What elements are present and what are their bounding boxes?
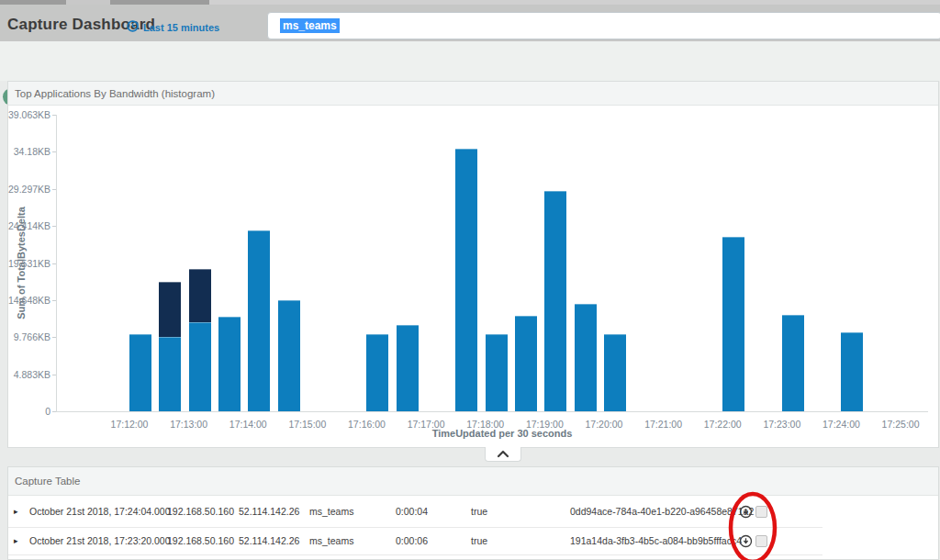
cell-dest-ip: 52.114.142.26 — [239, 506, 299, 517]
search-input[interactable]: ms_teams — [267, 12, 940, 39]
x-tick-label: 17:25:00 — [871, 419, 930, 430]
y-tick-mark — [52, 189, 56, 190]
histogram-bar[interactable] — [218, 317, 241, 411]
cell-captured: true — [471, 535, 487, 546]
download-icon[interactable] — [739, 534, 753, 552]
y-tick-label: 24.414KB — [8, 220, 50, 231]
cell-source-ip: 192.168.50.160 — [167, 506, 234, 517]
histogram-bar[interactable] — [189, 322, 211, 411]
y-tick-label: 0 — [8, 406, 50, 417]
cell-source-ip: 192.168.50.160 — [167, 535, 234, 546]
x-tick-label: 17:21:00 — [634, 419, 693, 430]
histogram-plot: Sum of TotalBytesDelta TimeUpdated per 3… — [8, 82, 938, 447]
y-tick-mark — [52, 263, 56, 264]
x-tick-label: 17:19:00 — [515, 419, 574, 430]
y-tick-mark — [52, 151, 56, 152]
cell-duration: 0:00:04 — [396, 506, 428, 517]
capture-table-panel: Capture Table ▸ October 21st 2018, 17:24… — [7, 466, 939, 560]
y-tick-mark — [52, 375, 56, 375]
expand-row-caret[interactable]: ▸ — [14, 536, 18, 545]
time-picker[interactable]: Last 15 minutes — [127, 20, 219, 35]
x-tick-label: 17:22:00 — [693, 419, 752, 430]
x-tick-label: 17:24:00 — [811, 419, 870, 430]
x-tick-label: 17:18:00 — [456, 419, 515, 430]
x-tick-label: 17:17:00 — [397, 419, 455, 430]
y-tick-mark — [52, 226, 56, 227]
time-range-label: Last 15 minutes — [143, 22, 219, 33]
capture-dashboard-screen: Capture Dashboard Last 15 minutes ms_tea… — [0, 0, 940, 560]
cell-capture-id: 191a14da-3fb3-4b5c-a084-bb9b5fffacc4 — [570, 535, 742, 546]
histogram-bar[interactable] — [248, 230, 270, 411]
y-tick-mark — [52, 300, 56, 301]
x-tick-label: 17:16:00 — [337, 419, 396, 430]
histogram-bar-highlight[interactable] — [189, 269, 211, 322]
row-checkbox[interactable] — [755, 535, 767, 547]
clock-icon — [127, 19, 139, 36]
y-tick-label: 34.18KB — [8, 146, 50, 157]
cell-dest-ip: 52.114.142.26 — [239, 535, 299, 546]
histogram-bar[interactable] — [397, 325, 419, 411]
cell-duration: 0:00:06 — [396, 535, 428, 546]
expand-row-caret[interactable]: ▸ — [14, 507, 18, 516]
x-axis-line — [56, 411, 928, 412]
cell-application: ms_teams — [309, 535, 353, 546]
x-tick-label: 17:23:00 — [753, 419, 811, 430]
histogram-bar[interactable] — [486, 334, 508, 411]
cell-timestamp: October 21st 2018, 17:23:20.000 — [29, 535, 171, 546]
cell-capture-id: 0dd94ace-784a-40e1-b220-a96458e871a2 — [570, 506, 754, 517]
histogram-bar[interactable] — [278, 300, 300, 411]
cell-timestamp: October 21st 2018, 17:24:04.000 — [29, 506, 171, 517]
y-tick-label: 14.648KB — [8, 295, 50, 306]
table-row: ▸ October 21st 2018, 17:24:04.000 192.16… — [8, 497, 938, 527]
y-tick-mark — [52, 115, 56, 116]
histogram-bar[interactable] — [841, 332, 863, 411]
capture-table-title: Capture Table — [8, 467, 938, 496]
y-tick-mark — [52, 337, 56, 338]
chevron-up-icon — [497, 450, 509, 458]
histogram-bar[interactable] — [455, 149, 477, 411]
histogram-bar[interactable] — [575, 304, 597, 411]
histogram-bar[interactable] — [722, 237, 744, 411]
x-tick-label: 17:15:00 — [278, 419, 337, 430]
y-tick-label: 19.531KB — [8, 258, 50, 269]
y-tick-label: 9.766KB — [8, 331, 50, 342]
cell-application: ms_teams — [309, 506, 353, 517]
x-tick-label: 17:20:00 — [575, 419, 633, 430]
x-tick-label: 17:14:00 — [218, 419, 277, 430]
row-checkbox[interactable] — [755, 506, 767, 518]
histogram-bar-highlight[interactable] — [159, 282, 181, 337]
histogram-bar[interactable] — [159, 337, 181, 411]
dashboard-header: Capture Dashboard Last 15 minutes ms_tea… — [0, 5, 940, 41]
histogram-bar[interactable] — [604, 334, 626, 411]
histogram-bar[interactable] — [515, 316, 537, 411]
search-text-selected: ms_teams — [280, 18, 340, 33]
histogram-bar[interactable] — [544, 191, 566, 411]
y-axis-line — [56, 115, 57, 411]
histogram-bar[interactable] — [782, 315, 804, 411]
chart-panel: Top Applications By Bandwidth (histogram… — [7, 81, 939, 448]
table-row: ▸ October 21st 2018, 17:23:20.000 192.16… — [8, 527, 938, 554]
y-tick-label: 39.063KB — [8, 109, 50, 120]
x-tick-label: 17:13:00 — [160, 419, 218, 430]
filter-bar: Captured: "true" Written: "true" Actions… — [0, 41, 940, 81]
row-separator — [8, 554, 822, 555]
histogram-bar[interactable] — [366, 334, 388, 411]
panel-collapse-button[interactable] — [485, 447, 521, 462]
x-tick-label: 17:12:00 — [100, 419, 159, 430]
y-tick-label: 29.297KB — [8, 184, 50, 195]
y-tick-mark — [52, 411, 56, 412]
cell-captured: true — [471, 506, 487, 517]
y-tick-label: 4.883KB — [8, 369, 50, 380]
download-icon[interactable] — [739, 505, 753, 522]
histogram-bar[interactable] — [129, 334, 151, 411]
